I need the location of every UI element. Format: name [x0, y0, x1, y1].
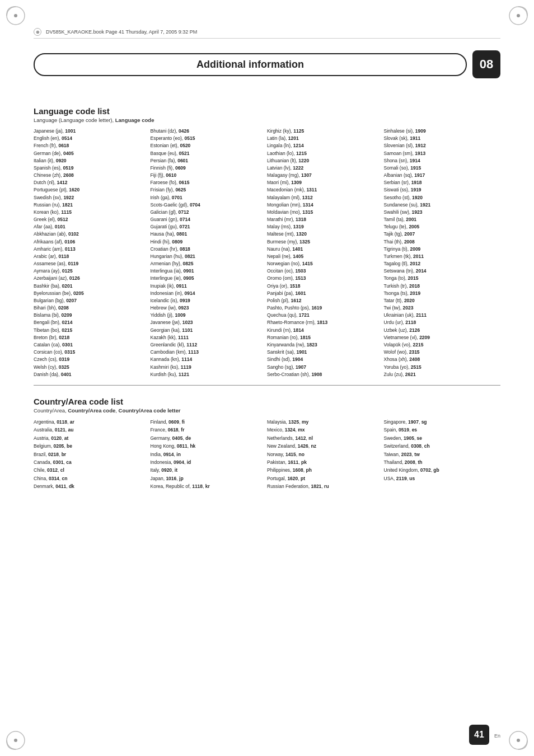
language-item: Tajik (tg), 2007 — [384, 231, 496, 238]
country-item: Spain, 0519, es — [384, 426, 496, 434]
language-item: Tagalog (tl), 2012 — [384, 260, 496, 267]
language-item: Shona (sn), 1914 — [384, 157, 496, 165]
country-item: Portugal, 1620, pt — [267, 475, 380, 482]
language-item: Hebrew (iw), 0923 — [151, 304, 263, 312]
language-item: Amharic (am), 0113 — [34, 246, 146, 253]
corner-decoration-br — [507, 729, 530, 752]
language-item: Hungarian (hu), 0821 — [151, 253, 263, 260]
country-item: Pakistan, 1611, pk — [267, 458, 380, 466]
language-item: Uzbek (uz), 2126 — [384, 327, 496, 334]
language-item: Setswana (tn), 2014 — [384, 267, 496, 275]
language-item: Turkmen (tk), 2011 — [384, 253, 496, 260]
country-item: Australia, 0121, au — [34, 426, 146, 434]
language-item: Slovak (sk), 1911 — [384, 135, 496, 142]
language-item: Latvian (lv), 1222 — [267, 165, 380, 172]
svg-point-3 — [517, 14, 520, 17]
language-item: Chinese (zh), 2608 — [34, 172, 146, 179]
language-item: Bihari (bh), 0208 — [34, 304, 146, 312]
chapter-header: Additional information 08 — [34, 50, 500, 78]
language-item: Arabic (ar), 0118 — [34, 253, 146, 260]
language-item: Byelorussian (be), 0205 — [34, 290, 146, 297]
language-item: Kashmiri (ks), 1119 — [151, 364, 263, 371]
country-item: Korea, Republic of, 1118, kr — [151, 482, 263, 490]
language-item: Greek (el), 0512 — [34, 216, 146, 223]
country-item: Finland, 0609, fi — [151, 418, 263, 426]
language-item: Norwegian (no), 1415 — [267, 260, 380, 267]
language-item: Interlingua (ia), 0901 — [151, 267, 263, 275]
language-item: Bashkir (ba), 0201 — [34, 283, 146, 290]
language-item: Bengali (bn), 0214 — [34, 319, 146, 326]
language-item: Somali (so), 1915 — [384, 165, 496, 172]
language-item: Georgian (ka), 1101 — [151, 327, 263, 334]
language-item: Faroese (fo), 0615 — [151, 179, 263, 186]
language-item: Spanish (es), 0519 — [34, 165, 146, 172]
lang-subtitle-normal: Language (Language code letter), — [34, 117, 115, 123]
country-section-title: Country/Area code list — [34, 397, 500, 406]
country-item: Japan, 1016, jp — [151, 475, 263, 482]
country-item: Argentina, 0118, ar — [34, 418, 146, 426]
corner-decoration-tr — [507, 4, 530, 27]
language-item: Sundanese (su), 1921 — [384, 201, 496, 209]
country-columns: Argentina, 0118, arAustralia, 0121, auAu… — [34, 418, 500, 491]
language-item: Sesotho (st), 1920 — [384, 194, 496, 201]
country-item: Belgium, 0205, be — [34, 442, 146, 450]
language-item: Kurdish (ku), 1121 — [151, 371, 263, 378]
country-item: Germany, 0405, de — [151, 434, 263, 442]
language-item: Rhaeto-Romance (rm), 1813 — [267, 319, 380, 326]
country-item: Sweden, 1905, se — [384, 434, 496, 442]
language-item: Danish (da), 0401 — [34, 371, 146, 378]
country-item: Chile, 0312, cl — [34, 466, 146, 474]
country-item: Netherlands, 1412, nl — [267, 434, 380, 442]
language-item: Tigrinya (ti), 2009 — [384, 246, 496, 253]
language-item: Basque (eu), 0521 — [151, 150, 263, 157]
svg-point-1 — [14, 14, 17, 17]
language-item: Welsh (cy), 0325 — [34, 364, 146, 371]
country-item: New Zealand, 1426, nz — [267, 442, 380, 450]
country-item: Malaysia, 1325, my — [267, 418, 380, 426]
filename-label: DV585K_KARAOKE.book Page 41 Thursday, Ap… — [46, 29, 197, 35]
language-item: Maori (mi), 1309 — [267, 179, 380, 186]
language-item: Serbian (sr), 1918 — [384, 179, 496, 186]
language-item: Persian (fa), 0601 — [151, 157, 263, 165]
language-item: Thai (th), 2008 — [384, 238, 496, 246]
language-item: Serbo-Croatian (sh), 1908 — [267, 371, 380, 378]
language-item: Guarani (gn), 0714 — [151, 216, 263, 223]
language-item: Assamese (as), 0119 — [34, 260, 146, 267]
country-item: United Kingdom, 0702, gb — [384, 466, 496, 474]
language-item: Aymara (ay), 0125 — [34, 267, 146, 275]
language-item: Esperanto (eo), 0515 — [151, 135, 263, 142]
language-item: Kirghiz (ky), 1125 — [267, 128, 380, 135]
language-item: Latin (la), 1201 — [267, 135, 380, 142]
country-item: USA, 2119, us — [384, 475, 496, 482]
country-col-1: Finland, 0609, fiFrance, 0618, frGermany… — [151, 418, 268, 491]
language-section-subtitle: Language (Language code letter), Languag… — [34, 117, 500, 123]
language-item: Albanian (sq), 1917 — [384, 172, 496, 179]
language-item: Panjabi (pa), 1601 — [267, 290, 380, 297]
language-item: Japanese (ja), 1001 — [34, 128, 146, 135]
language-item: Occitan (oc), 1503 — [267, 267, 380, 275]
country-item: Denmark, 0411, dk — [34, 482, 146, 490]
lang-col-2: Kirghiz (ky), 1125Latin (la), 1201Lingal… — [267, 128, 384, 378]
language-item: Tamil (ta), 2001 — [384, 216, 496, 223]
language-item: Indonesian (in), 0914 — [151, 290, 263, 297]
country-subtitle-normal1: Country/Area, — [34, 407, 68, 414]
language-item: Icelandic (is), 0919 — [151, 297, 263, 304]
language-item: Samoan (sm), 1913 — [384, 150, 496, 157]
language-item: Laothian (lo), 1215 — [267, 150, 380, 157]
lang-col-1: Bhutani (dz), 0426Esperanto (eo), 0515Es… — [151, 128, 268, 378]
language-item: Bulgarian (bg), 0207 — [34, 297, 146, 304]
language-item: Frisian (fy), 0625 — [151, 186, 263, 194]
language-item: Malayalam (ml), 1312 — [267, 194, 380, 201]
page-lang-label: En — [494, 733, 500, 739]
country-item: Singapore, 1907, sg — [384, 418, 496, 426]
language-item: Oromo (om), 1513 — [267, 275, 380, 282]
language-item: Hausa (ha), 0801 — [151, 231, 263, 238]
language-item: Italian (it), 0920 — [34, 157, 146, 165]
country-item: China, 0314, cn — [34, 475, 146, 482]
country-item: Philippines, 1608, ph — [267, 466, 380, 474]
language-item: Nauru (na), 1401 — [267, 246, 380, 253]
country-item: Indonesia, 0904, id — [151, 458, 263, 466]
lang-col-3: Sinhalese (si), 1909Slovak (sk), 1911Slo… — [384, 128, 501, 378]
language-item: Bislama (bi), 0209 — [34, 312, 146, 319]
language-item: French (fr), 0618 — [34, 142, 146, 149]
